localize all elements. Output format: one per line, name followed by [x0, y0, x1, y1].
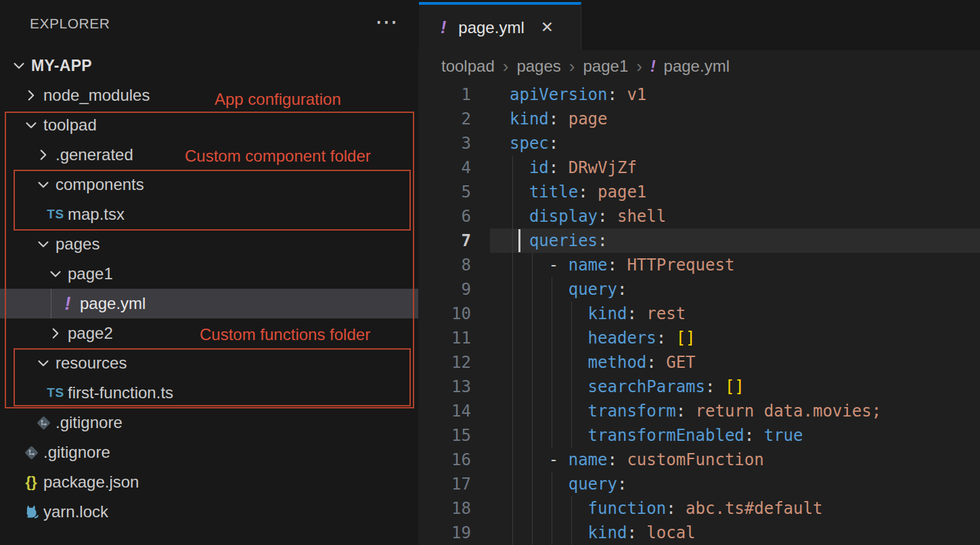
- code-line-content: searchParams: []: [510, 375, 744, 399]
- tree-item-gitignore[interactable]: .gitignore: [0, 437, 418, 467]
- indent-guide: [512, 180, 513, 204]
- tree-item-yarn-lock[interactable]: yarn.lock: [0, 497, 418, 527]
- code-line-3[interactable]: 3spec:: [418, 131, 980, 156]
- indent-guide: [512, 448, 513, 472]
- yaml-warning-icon: !: [441, 18, 446, 37]
- tree-item-label: page.yml: [80, 294, 146, 313]
- tab-label: page.yml: [458, 18, 524, 37]
- code-line-content: kind: page: [510, 107, 608, 131]
- code-line-15[interactable]: 15 transformEnabled: true: [418, 423, 980, 448]
- tree-item-map-tsx[interactable]: TSmap.tsx: [0, 199, 418, 229]
- tree-item-label: yarn.lock: [43, 502, 108, 521]
- tree-item-toolpad[interactable]: toolpad: [0, 110, 418, 140]
- indent-guide: [571, 375, 572, 399]
- line-number: 2: [418, 110, 482, 128]
- tree-item-label: page1: [68, 264, 113, 283]
- line-number: 8: [418, 256, 482, 275]
- chevron-right-icon[interactable]: [34, 146, 53, 164]
- tree-item-node-modules[interactable]: node_modules: [0, 80, 418, 110]
- tree-item-label: pages: [55, 235, 99, 254]
- tab-page-yml[interactable]: ! page.yml ✕: [419, 2, 581, 50]
- code-line-13[interactable]: 13 searchParams: []: [418, 375, 980, 399]
- tree-item-resources[interactable]: resources: [0, 348, 418, 378]
- code-line-18[interactable]: 18 function: abc.ts#default: [418, 496, 980, 521]
- code-line-19[interactable]: 19 kind: local: [418, 521, 980, 545]
- tree-item-page2[interactable]: page2: [0, 318, 418, 348]
- indent-guide: [552, 472, 552, 496]
- code-line-11[interactable]: 11 headers: []: [418, 326, 980, 350]
- code-line-7[interactable]: 7 queries:: [418, 229, 980, 253]
- breadcrumb-item-pages[interactable]: pages: [516, 57, 560, 76]
- code-line-17[interactable]: 17 query:: [418, 472, 980, 496]
- indent-guide: [532, 423, 533, 448]
- tree-item-package-json[interactable]: {}package.json: [0, 467, 418, 497]
- tree-item-label: first-function.ts: [68, 383, 173, 402]
- code-line-9[interactable]: 9 query:: [418, 277, 980, 302]
- code-line-4[interactable]: 4 id: DRwVjZf: [418, 156, 980, 180]
- indent-guide: [571, 496, 572, 521]
- tree-item-page1[interactable]: page1: [0, 259, 418, 289]
- line-number: 12: [418, 353, 482, 372]
- indent-guide: [512, 423, 513, 448]
- line-number: 11: [418, 329, 482, 348]
- more-actions-icon[interactable]: ⋯: [375, 10, 398, 33]
- indent-guide: [532, 375, 533, 399]
- code-line-12[interactable]: 12 method: GET: [418, 350, 980, 375]
- indent-guide: [512, 156, 513, 180]
- code-line-content: kind: local: [510, 521, 696, 545]
- breadcrumb-item-page1[interactable]: page1: [583, 57, 628, 76]
- close-tab-icon[interactable]: ✕: [541, 18, 554, 37]
- code-line-1[interactable]: 1apiVersion: v1: [418, 82, 980, 107]
- line-number: 16: [418, 450, 482, 469]
- chevron-down-icon[interactable]: [34, 235, 53, 253]
- indent-guide: [512, 472, 513, 496]
- indent-guide: [552, 423, 552, 448]
- chevron-right-icon[interactable]: [46, 325, 65, 342]
- breadcrumb-item-toolpad[interactable]: toolpad: [441, 57, 495, 76]
- line-number: 14: [418, 402, 482, 421]
- tree-item-label: MY-APP: [31, 57, 92, 75]
- code-line-content: id: DRwVjZf: [510, 156, 637, 180]
- tree-item-generated[interactable]: .generated: [0, 140, 418, 170]
- tree-item-components[interactable]: components: [0, 170, 418, 199]
- indent-guide: [552, 277, 552, 302]
- chevron-down-icon[interactable]: [46, 265, 65, 283]
- code-line-content: title: page1: [510, 180, 646, 204]
- line-number: 10: [418, 304, 482, 323]
- indent-guide: [552, 375, 552, 399]
- chevron-down-icon[interactable]: [34, 354, 53, 372]
- code-line-2[interactable]: 2kind: page: [418, 107, 980, 131]
- indent-guide: [532, 472, 533, 496]
- indent-guide: [532, 521, 533, 545]
- line-number: 15: [418, 426, 482, 445]
- indent-guide: [512, 229, 513, 253]
- tree-item-my-app[interactable]: MY-APP: [0, 51, 418, 80]
- indent-guide: [532, 496, 533, 521]
- indent-guide: [512, 350, 513, 375]
- code-line-16[interactable]: 16 - name: customFunction: [418, 448, 980, 472]
- code-line-14[interactable]: 14 transform: return data.movies;: [418, 399, 980, 423]
- indent-guide: [512, 302, 513, 326]
- tree-item-page-yml[interactable]: !page.yml: [0, 289, 418, 318]
- code-line-content: - name: HTTPrequest: [510, 253, 734, 277]
- chevron-down-icon[interactable]: [22, 116, 41, 134]
- code-line-10[interactable]: 10 kind: rest: [418, 302, 980, 326]
- tree-item-pages[interactable]: pages: [0, 229, 418, 259]
- git-icon: [23, 444, 40, 461]
- breadcrumb-item-file[interactable]: page.yml: [664, 57, 730, 76]
- code-line-5[interactable]: 5 title: page1: [418, 180, 980, 204]
- tree-item-first-function-ts[interactable]: TSfirst-function.ts: [0, 378, 418, 408]
- tree-item-label: .generated: [55, 145, 133, 164]
- code-editor[interactable]: 1apiVersion: v12kind: page3spec:4 id: DR…: [418, 82, 980, 545]
- code-line-8[interactable]: 8 - name: HTTPrequest: [418, 253, 980, 277]
- vscode-window: EXPLORER ⋯ MY-APPnode_modulestoolpad.gen…: [0, 0, 980, 545]
- chevron-down-icon[interactable]: [9, 57, 28, 74]
- indent-guide: [571, 302, 572, 326]
- tree-item-gitignore[interactable]: .gitignore: [0, 408, 418, 437]
- indent-guide: [571, 521, 572, 545]
- code-line-6[interactable]: 6 display: shell: [418, 204, 980, 229]
- chevron-right-icon[interactable]: [22, 87, 41, 104]
- tree-item-label: .gitignore: [55, 413, 122, 432]
- code-line-content: method: GET: [510, 350, 696, 375]
- chevron-down-icon[interactable]: [34, 176, 53, 193]
